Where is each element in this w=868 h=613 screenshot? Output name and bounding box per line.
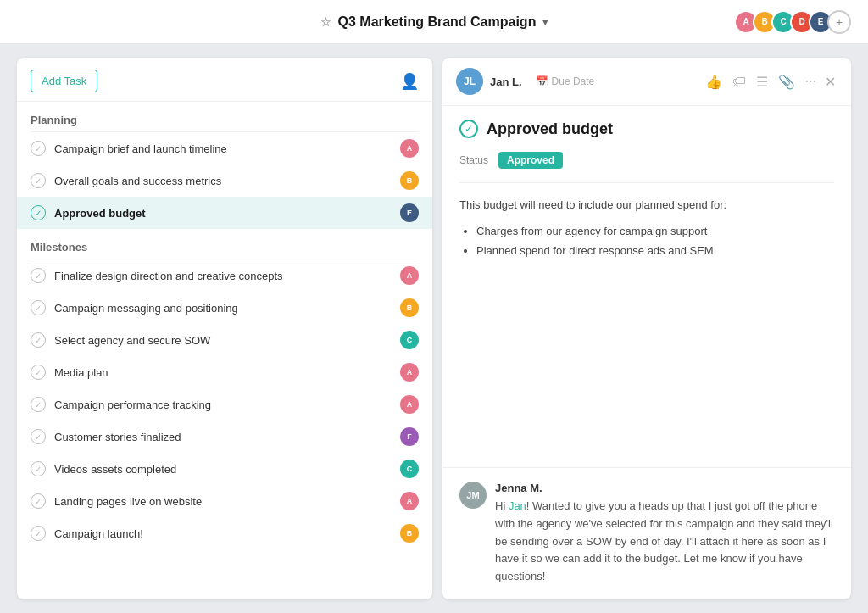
task-row[interactable]: ✓ Select agency and secure SOW C xyxy=(17,324,432,356)
detail-status-row: Status Approved xyxy=(459,152,834,183)
assign-icon[interactable]: 👤 xyxy=(400,72,419,91)
task-label: Overall goals and success metrics xyxy=(54,175,400,187)
status-badge[interactable]: Approved xyxy=(498,152,563,169)
comment-section: JM Jenna M. Hi Jan! Wanted to give you a… xyxy=(442,467,851,599)
task-label: Campaign messaging and positioning xyxy=(54,302,400,315)
detail-title-row: ✓ Approved budget xyxy=(459,120,834,138)
task-check-icon: ✓ xyxy=(31,300,46,315)
comment-avatar: JM xyxy=(459,482,487,509)
like-icon[interactable]: 👍 xyxy=(705,74,722,90)
task-detail-panel: JL Jan L. 📅 Due Date 👍 🏷 ☰ 📎 ··· ✕ ✓ App… xyxy=(442,58,851,599)
section-planning: Planning xyxy=(17,102,432,131)
task-avatar: A xyxy=(400,139,419,158)
comment-author: Jenna M. xyxy=(495,482,834,494)
task-row[interactable]: ✓ Overall goals and success metrics B xyxy=(17,164,432,197)
task-label: Videos assets completed xyxy=(54,463,400,476)
task-check-icon: ✓ xyxy=(31,268,46,283)
task-avatar: A xyxy=(400,395,419,414)
task-row[interactable]: ✓ Campaign brief and launch timeline A xyxy=(17,132,432,164)
main-content: Add Task 👤 Planning ✓ Campaign brief and… xyxy=(0,44,868,613)
status-label: Status xyxy=(459,154,488,166)
task-label: Customer stories finalized xyxy=(54,431,400,443)
task-avatar: C xyxy=(400,460,419,478)
task-check-icon: ✓ xyxy=(31,332,46,348)
task-check-icon: ✓ xyxy=(31,173,46,188)
star-icon[interactable]: ☆ xyxy=(320,15,331,29)
detail-complete-icon[interactable]: ✓ xyxy=(459,120,478,138)
comment-text-after: ! Wanted to give you a heads up that I j… xyxy=(495,499,833,582)
list-item: Charges from our agency for campaign sup… xyxy=(476,221,834,241)
task-avatar: A xyxy=(400,266,419,285)
comment-row: JM Jenna M. Hi Jan! Wanted to give you a… xyxy=(459,482,834,586)
task-check-icon: ✓ xyxy=(31,397,46,412)
detail-actions: 👍 🏷 ☰ 📎 ··· xyxy=(705,74,816,90)
comment-mention: Jan xyxy=(509,499,526,512)
task-check-icon: ✓ xyxy=(31,141,46,156)
task-check-icon-active: ✓ xyxy=(31,205,46,220)
task-avatar: B xyxy=(400,298,419,317)
add-task-button[interactable]: Add Task xyxy=(31,70,97,92)
detail-header: JL Jan L. 📅 Due Date 👍 🏷 ☰ 📎 ··· ✕ xyxy=(442,58,851,106)
detail-user-avatar: JL xyxy=(456,68,483,95)
add-member-button[interactable]: + xyxy=(827,10,851,34)
task-avatar: B xyxy=(400,171,419,190)
task-avatar: A xyxy=(400,492,419,510)
task-row[interactable]: ✓ Landing pages live on website A xyxy=(17,485,432,517)
task-row[interactable]: ✓ Videos assets completed C xyxy=(17,453,432,485)
calendar-icon: 📅 xyxy=(536,75,548,87)
task-list-panel: Add Task 👤 Planning ✓ Campaign brief and… xyxy=(17,58,432,599)
task-row[interactable]: ✓ Campaign launch! B xyxy=(17,517,432,549)
top-bar: ☆ Q3 Marketing Brand Campaign ▾ A B C D … xyxy=(0,0,868,44)
task-avatar: F xyxy=(400,427,419,446)
title-group: ☆ Q3 Marketing Brand Campaign ▾ xyxy=(320,14,548,30)
task-label: Campaign launch! xyxy=(54,527,400,540)
task-avatar: B xyxy=(400,524,419,543)
tag-icon[interactable]: 🏷 xyxy=(732,74,746,89)
task-check-icon: ✓ xyxy=(31,365,46,380)
task-row[interactable]: ✓ Campaign messaging and positioning B xyxy=(17,292,432,324)
task-check-icon: ✓ xyxy=(31,429,46,444)
comment-text: Hi Jan! Wanted to give you a heads up th… xyxy=(495,498,834,586)
task-row[interactable]: ✓ Customer stories finalized F xyxy=(17,421,432,453)
task-label: Finalize design direction and creative c… xyxy=(54,270,400,282)
task-avatar: E xyxy=(400,203,419,222)
attach-icon[interactable]: 📎 xyxy=(778,74,795,90)
task-label: Media plan xyxy=(54,366,400,379)
comment-body: Jenna M. Hi Jan! Wanted to give you a he… xyxy=(495,482,834,586)
task-row[interactable]: ✓ Finalize design direction and creative… xyxy=(17,259,432,292)
avatars-group: A B C D E + xyxy=(739,10,851,34)
add-task-bar: Add Task 👤 xyxy=(17,58,432,102)
list-icon[interactable]: ☰ xyxy=(756,74,768,90)
task-label: Campaign performance tracking xyxy=(54,398,400,411)
task-row-active[interactable]: ✓ Approved budget E xyxy=(17,197,432,229)
due-date-label: Due Date xyxy=(552,75,595,87)
detail-body: ✓ Approved budget Status Approved This b… xyxy=(442,106,851,467)
more-icon[interactable]: ··· xyxy=(805,74,816,89)
task-avatar: C xyxy=(400,331,419,349)
section-milestones: Milestones xyxy=(17,229,432,259)
task-check-icon: ✓ xyxy=(31,461,46,476)
task-label: Landing pages live on website xyxy=(54,495,400,508)
detail-description: This budget will need to include our pla… xyxy=(459,197,834,215)
page-title: Q3 Marketing Brand Campaign xyxy=(338,14,537,30)
task-avatar: A xyxy=(400,363,419,382)
task-row[interactable]: ✓ Media plan A xyxy=(17,356,432,388)
chevron-down-icon[interactable]: ▾ xyxy=(542,16,548,28)
task-label: Campaign brief and launch timeline xyxy=(54,142,400,155)
task-label: Select agency and secure SOW xyxy=(54,334,400,347)
detail-user-name: Jan L. xyxy=(490,75,522,88)
comment-text-before: Hi xyxy=(495,499,509,512)
task-check-icon: ✓ xyxy=(31,493,46,509)
task-check-icon: ✓ xyxy=(31,526,46,541)
detail-bullet-list: Charges from our agency for campaign sup… xyxy=(476,221,834,261)
detail-task-title: Approved budget xyxy=(487,120,613,138)
close-button[interactable]: ✕ xyxy=(823,72,837,92)
list-item: Planned spend for direct response ads an… xyxy=(476,241,834,260)
task-row[interactable]: ✓ Campaign performance tracking A xyxy=(17,388,432,421)
detail-due-date[interactable]: 📅 Due Date xyxy=(536,75,595,87)
task-label-active: Approved budget xyxy=(54,207,400,220)
